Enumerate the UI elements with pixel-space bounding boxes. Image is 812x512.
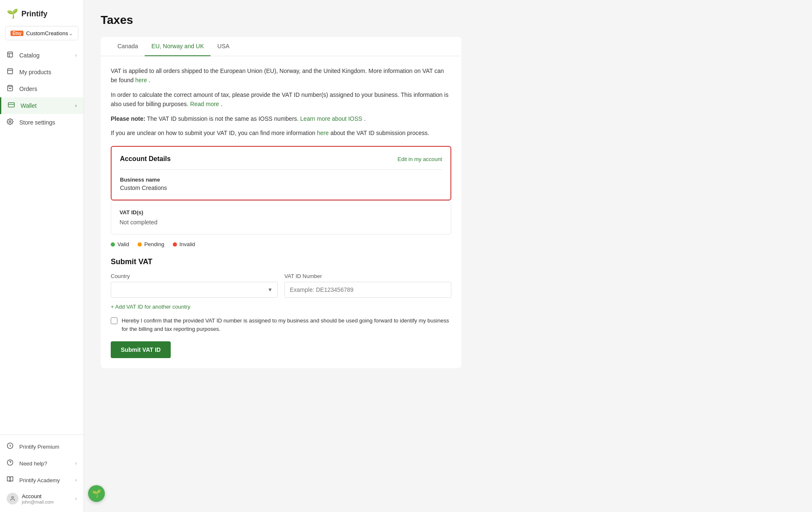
tab-usa[interactable]: USA xyxy=(211,37,236,56)
country-select-wrapper: Germany France United Kingdom Norway ▼ xyxy=(111,282,278,298)
account-details-header: Account Details Edit in my account xyxy=(120,155,442,163)
account-info: Account john@mail.com xyxy=(22,493,72,504)
pending-dot xyxy=(138,242,142,247)
business-name-label: Business name xyxy=(120,177,442,183)
vat-ids-box: VAT ID(s) Not completed xyxy=(111,200,451,234)
edit-in-my-account-link[interactable]: Edit in my account xyxy=(398,156,442,162)
country-label: Country xyxy=(111,273,278,279)
card-body: VAT is applied to all orders shipped to … xyxy=(101,56,461,368)
sidebar-item-wallet-label: Wallet xyxy=(21,102,75,109)
main-nav: Catalog › My products Orders Wallet › xyxy=(0,45,83,434)
invalid-dot xyxy=(173,242,177,247)
info-paragraph-4: If you are unclear on how to submit your… xyxy=(111,128,451,138)
vat-info-link-1[interactable]: here xyxy=(135,77,147,83)
sidebar-item-printify-premium[interactable]: Printify Premium xyxy=(0,438,83,455)
sidebar-item-catalog[interactable]: Catalog › xyxy=(0,47,83,64)
sidebar-item-my-products-label: My products xyxy=(19,69,77,75)
tab-canada[interactable]: Canada xyxy=(111,37,145,56)
sidebar: 🌱 Printify Etsy CustomCreations ⌄ Catalo… xyxy=(0,0,84,512)
svg-rect-0 xyxy=(8,52,13,57)
chevron-down-icon: ⌄ xyxy=(68,30,73,36)
logo: 🌱 Printify xyxy=(0,0,83,26)
catalog-icon xyxy=(7,51,15,60)
submit-vat-title: Submit VAT xyxy=(111,257,451,266)
sidebar-item-store-settings[interactable]: Store settings xyxy=(0,114,83,131)
fab-button[interactable]: 🌱 xyxy=(88,485,105,502)
sidebar-item-printify-academy-label: Printify Academy xyxy=(19,477,75,483)
info-paragraph-3: Please note: The VAT ID submission is no… xyxy=(111,114,451,123)
valid-dot xyxy=(111,242,115,247)
page-title: Taxes xyxy=(101,13,795,27)
status-valid: Valid xyxy=(111,241,129,247)
wallet-icon xyxy=(8,101,16,110)
info-paragraph-1: VAT is applied to all orders shipped to … xyxy=(111,66,451,85)
vat-info-link-2[interactable]: here xyxy=(317,130,329,136)
vat-id-label: VAT ID Number xyxy=(284,273,451,279)
sidebar-item-printify-premium-label: Printify Premium xyxy=(19,444,77,450)
status-invalid: Invalid xyxy=(173,241,195,247)
sidebar-item-wallet[interactable]: Wallet › xyxy=(0,97,83,114)
my-products-icon xyxy=(7,68,15,76)
status-pending: Pending xyxy=(138,241,164,247)
sidebar-item-orders-label: Orders xyxy=(19,86,77,92)
account-name: Account xyxy=(22,493,72,499)
country-group: Country Germany France United Kingdom No… xyxy=(111,273,278,298)
status-legend: Valid Pending Invalid xyxy=(111,241,451,247)
account-details-box: Account Details Edit in my account Busin… xyxy=(111,146,451,200)
vat-id-input[interactable] xyxy=(284,282,451,298)
logo-text: Printify xyxy=(21,10,47,18)
details-divider xyxy=(120,169,442,170)
premium-icon xyxy=(7,442,15,451)
avatar xyxy=(7,493,18,504)
read-more-link[interactable]: Read more xyxy=(190,101,219,107)
learn-more-ioss-link[interactable]: Learn more about IOSS xyxy=(300,115,362,122)
svg-point-8 xyxy=(9,121,11,122)
account-details-title: Account Details xyxy=(120,155,171,163)
orders-icon xyxy=(7,85,15,93)
logo-icon: 🌱 xyxy=(7,8,18,19)
sidebar-item-need-help[interactable]: Need help? › xyxy=(0,455,83,472)
country-select[interactable]: Germany France United Kingdom Norway xyxy=(111,282,278,298)
status-invalid-label: Invalid xyxy=(180,241,195,247)
svg-rect-6 xyxy=(8,103,15,107)
submit-vat-button[interactable]: Submit VAT ID xyxy=(111,341,171,358)
sidebar-item-orders[interactable]: Orders xyxy=(0,81,83,97)
fab-icon: 🌱 xyxy=(92,489,101,498)
help-icon xyxy=(7,459,15,468)
vat-id-group: VAT ID Number xyxy=(284,273,451,298)
store-badge: Etsy xyxy=(10,31,23,36)
info-paragraph-2: In order to calculate the correct amount… xyxy=(111,90,451,109)
account-email: john@mail.com xyxy=(22,499,72,504)
vat-ids-label: VAT ID(s) xyxy=(120,209,442,216)
sidebar-item-catalog-label: Catalog xyxy=(19,52,75,59)
academy-icon xyxy=(7,476,15,484)
chevron-right-icon: › xyxy=(75,52,77,58)
confirmation-label: Hereby I confirm that the provided VAT I… xyxy=(122,317,451,333)
confirmation-checkbox[interactable] xyxy=(111,317,117,324)
svg-rect-3 xyxy=(8,69,13,74)
sidebar-item-store-settings-label: Store settings xyxy=(19,119,77,126)
vat-ids-value: Not completed xyxy=(120,219,442,226)
account-section[interactable]: Account john@mail.com › xyxy=(0,489,83,509)
taxes-card: Canada EU, Norway and UK USA VAT is appl… xyxy=(101,37,461,368)
sidebar-item-need-help-label: Need help? xyxy=(19,460,75,467)
svg-point-12 xyxy=(12,496,14,499)
sidebar-item-printify-academy[interactable]: Printify Academy › xyxy=(0,472,83,489)
store-selector[interactable]: Etsy CustomCreations ⌄ xyxy=(5,26,78,40)
chevron-right-icon-help: › xyxy=(75,460,77,466)
main-content: Taxes Canada EU, Norway and UK USA VAT i… xyxy=(84,0,812,512)
sidebar-item-my-products[interactable]: My products xyxy=(0,64,83,81)
store-settings-icon xyxy=(7,118,15,127)
store-name: CustomCreations xyxy=(26,30,68,36)
add-vat-country-link[interactable]: + Add VAT ID for another country xyxy=(111,304,190,310)
confirmation-checkbox-row: Hereby I confirm that the provided VAT I… xyxy=(111,317,451,333)
chevron-right-icon-account: › xyxy=(75,496,77,502)
vat-form-row: Country Germany France United Kingdom No… xyxy=(111,273,451,298)
chevron-right-icon-academy: › xyxy=(75,477,77,483)
status-pending-label: Pending xyxy=(144,241,164,247)
status-valid-label: Valid xyxy=(117,241,129,247)
tabs-bar: Canada EU, Norway and UK USA xyxy=(101,37,461,56)
chevron-right-icon-wallet: › xyxy=(75,103,77,109)
sidebar-bottom: Printify Premium Need help? › Printify A… xyxy=(0,434,83,512)
tab-eu-norway-uk[interactable]: EU, Norway and UK xyxy=(145,37,211,56)
